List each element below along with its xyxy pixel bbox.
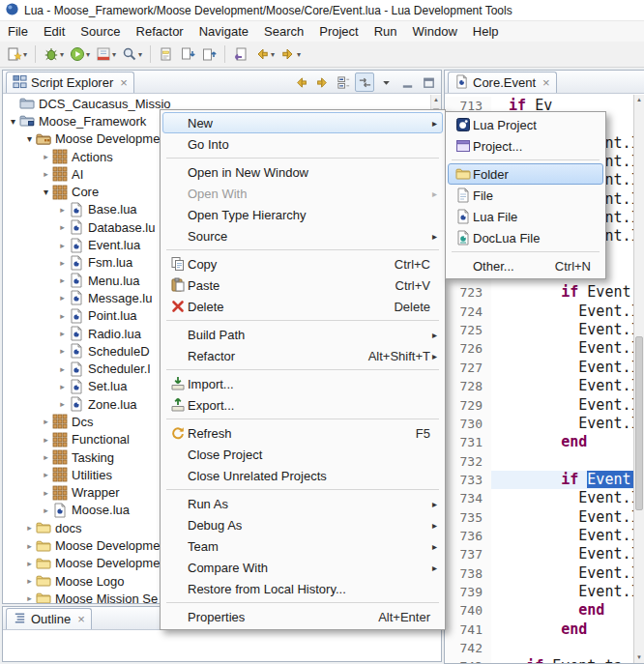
expander-collapsed-icon[interactable]: ▸ xyxy=(40,169,52,179)
close-icon[interactable]: × xyxy=(77,613,85,625)
toolbar-button-next-annotation[interactable] xyxy=(177,43,198,65)
menubar-item-file[interactable]: File xyxy=(0,21,36,42)
toolbar-button-toggle-mark-occurrences[interactable] xyxy=(156,43,177,65)
menubar-item-help[interactable]: Help xyxy=(465,21,507,42)
code-line[interactable]: 740 end xyxy=(445,601,633,620)
context-menu-item-open-in-new-window[interactable]: Open in New Window xyxy=(162,161,443,183)
expander-open-icon[interactable]: ▾ xyxy=(7,116,19,127)
new-submenu-item-doclua-file[interactable]: DocLua File xyxy=(448,227,603,248)
expander-collapsed-icon[interactable]: ▸ xyxy=(23,541,36,551)
context-menu-item-debug-as[interactable]: Debug As▸ xyxy=(162,514,443,535)
code-line[interactable]: 743 if Event.ta xyxy=(445,657,633,663)
expander-collapsed-icon[interactable]: ▸ xyxy=(56,258,69,268)
toolbar-button-previous-annotation[interactable] xyxy=(198,43,220,65)
chevron-down-icon[interactable]: ▾ xyxy=(23,50,27,59)
context-menu-item-open-type-hierarchy[interactable]: Open Type Hierarchy xyxy=(162,204,443,225)
code-line[interactable]: 735 Event.I xyxy=(445,508,633,527)
code-line[interactable]: 726 Event.I xyxy=(445,339,633,358)
chevron-down-icon[interactable]: ▾ xyxy=(271,50,275,59)
scrollbar-thumb[interactable] xyxy=(635,336,643,510)
toolbar-button-back[interactable]: ▾ xyxy=(251,43,278,65)
chevron-down-icon[interactable]: ▾ xyxy=(297,50,301,59)
expander-collapsed-icon[interactable]: ▸ xyxy=(40,152,52,161)
context-menu-item-source[interactable]: Source▸ xyxy=(162,225,443,246)
code-line[interactable]: 729 Event.I xyxy=(445,396,633,415)
new-submenu-item-other[interactable]: Other...Ctrl+N xyxy=(448,255,603,276)
close-icon[interactable]: × xyxy=(120,76,128,89)
menubar-item-navigate[interactable]: Navigate xyxy=(191,21,256,42)
editor-vertical-scrollbar[interactable]: ▲ ▼ xyxy=(633,95,644,663)
toolbar-button-new-wizard[interactable]: ▾ xyxy=(4,43,30,65)
context-menu-item-compare-with[interactable]: Compare With▸ xyxy=(162,557,443,578)
forward-button[interactable] xyxy=(312,72,332,92)
scroll-down-icon[interactable]: ▼ xyxy=(634,652,644,663)
context-menu-item-refresh[interactable]: RefreshF5 xyxy=(162,422,443,444)
expander-collapsed-icon[interactable]: ▸ xyxy=(56,222,69,232)
expander-collapsed-icon[interactable]: ▸ xyxy=(56,205,69,215)
link-with-editor-button[interactable] xyxy=(355,72,374,92)
menubar-item-refactor[interactable]: Refactor xyxy=(129,21,191,42)
context-menu-item-close-unrelated-projects[interactable]: Close Unrelated Projects xyxy=(162,465,443,486)
context-menu-item-restore-from-local-history[interactable]: Restore from Local History... xyxy=(162,578,443,599)
tab-core-event[interactable]: Core.Event × xyxy=(448,72,557,93)
code-line[interactable]: 741 end xyxy=(445,621,633,639)
chevron-down-icon[interactable]: ▾ xyxy=(138,50,142,59)
menubar-item-run[interactable]: Run xyxy=(366,21,405,42)
code-line[interactable]: 730 Event.I xyxy=(445,415,633,433)
code-line[interactable]: 736 Event.I xyxy=(445,527,633,545)
new-submenu-item-file[interactable]: File xyxy=(448,185,603,206)
expander-collapsed-icon[interactable]: ▸ xyxy=(23,576,36,586)
toolbar-button-run[interactable]: ▾ xyxy=(67,43,93,65)
code-line[interactable]: 742 xyxy=(445,639,633,657)
scroll-up-icon[interactable]: ▲ xyxy=(634,95,644,105)
expander-collapsed-icon[interactable]: ▸ xyxy=(23,559,36,568)
expander-collapsed-icon[interactable]: ▸ xyxy=(56,275,69,285)
new-submenu-item-lua-file[interactable]: Lua File xyxy=(448,206,603,227)
context-menu-item-import[interactable]: Import... xyxy=(162,373,443,394)
maximize-button[interactable] xyxy=(419,72,438,92)
context-menu-item-properties[interactable]: PropertiesAlt+Enter xyxy=(162,606,443,627)
expander-open-icon[interactable]: ▾ xyxy=(40,187,52,197)
context-menu-item-refactor[interactable]: RefactorAlt+Shift+T▸ xyxy=(162,345,443,366)
code-line[interactable]: 732 xyxy=(445,452,633,471)
expander-collapsed-icon[interactable]: ▸ xyxy=(56,399,69,409)
expander-collapsed-icon[interactable]: ▸ xyxy=(56,293,69,303)
tab-outline[interactable]: Outline × xyxy=(6,608,92,629)
expander-collapsed-icon[interactable]: ▸ xyxy=(56,311,69,321)
code-line[interactable]: 728 Event.I xyxy=(445,377,633,395)
expander-collapsed-icon[interactable]: ▸ xyxy=(56,364,69,374)
code-line[interactable]: 727 Event.I xyxy=(445,359,633,377)
new-submenu-item-lua-project[interactable]: Lua Project xyxy=(448,114,603,135)
context-menu-item-close-project[interactable]: Close Project xyxy=(162,444,443,465)
code-line[interactable]: 733 if Event. xyxy=(445,471,633,489)
expander-collapsed-icon[interactable]: ▸ xyxy=(40,435,52,445)
expander-collapsed-icon[interactable]: ▸ xyxy=(40,417,52,426)
view-menu-button[interactable] xyxy=(376,72,395,92)
menubar-item-search[interactable]: Search xyxy=(256,21,311,42)
context-menu-item-go-into[interactable]: Go Into xyxy=(162,133,443,155)
new-submenu-item-project[interactable]: Project... xyxy=(448,135,603,157)
code-line[interactable]: 739 Event.I xyxy=(445,583,633,601)
scroll-up-icon[interactable]: ▲ xyxy=(431,95,441,105)
minimize-button[interactable] xyxy=(397,72,417,92)
expander-collapsed-icon[interactable]: ▸ xyxy=(56,346,69,356)
code-line[interactable]: 738 Event.I xyxy=(445,564,633,583)
code-line[interactable]: 737 Event.I xyxy=(445,545,633,563)
context-menu-item-copy[interactable]: CopyCtrl+C xyxy=(162,253,443,274)
expander-collapsed-icon[interactable]: ▸ xyxy=(23,523,36,533)
code-line[interactable]: 723 if Event. xyxy=(445,283,633,302)
code-line[interactable]: 734 Event.I xyxy=(445,489,633,507)
chevron-down-icon[interactable]: ▾ xyxy=(86,50,90,59)
context-menu-item-build-path[interactable]: Build Path▸ xyxy=(162,324,443,345)
collapse-all-button[interactable] xyxy=(334,72,353,92)
chevron-down-icon[interactable]: ▾ xyxy=(112,50,116,59)
context-menu-item-run-as[interactable]: Run As▸ xyxy=(162,493,443,514)
tab-script-explorer[interactable]: Script Explorer × xyxy=(6,72,134,93)
code-line[interactable]: 725 Event.I xyxy=(445,321,633,339)
expander-collapsed-icon[interactable]: ▸ xyxy=(56,382,69,391)
context-menu-item-export[interactable]: Export... xyxy=(162,394,443,416)
expander-collapsed-icon[interactable]: ▸ xyxy=(40,488,52,498)
code-line[interactable]: 731 end xyxy=(445,433,633,451)
toolbar-button-coverage[interactable]: ▾ xyxy=(93,43,119,65)
expander-collapsed-icon[interactable]: ▸ xyxy=(23,593,36,603)
